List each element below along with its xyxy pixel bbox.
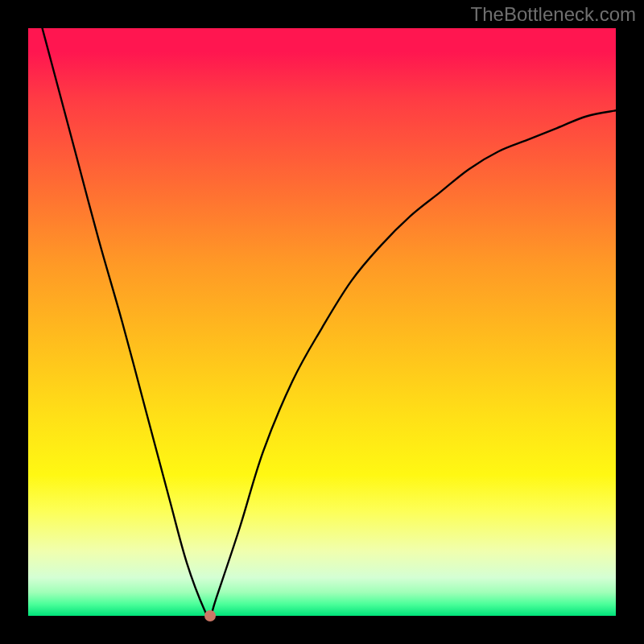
plot-area: [28, 28, 616, 616]
chart-frame: TheBottleneck.com: [0, 0, 644, 644]
bottleneck-curve: [28, 28, 616, 616]
watermark-text: TheBottleneck.com: [471, 3, 636, 26]
optimum-marker: [204, 610, 216, 621]
